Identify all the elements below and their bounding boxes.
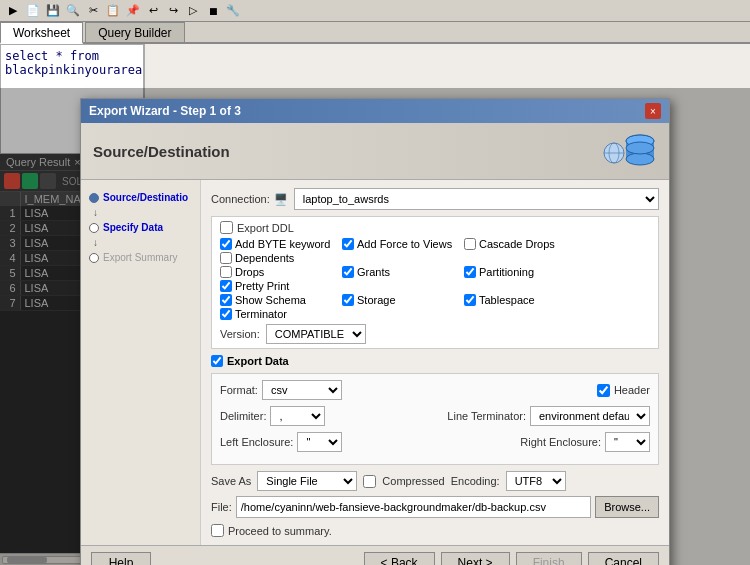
- cb-grants-label: Grants: [357, 266, 390, 278]
- left-enc-label: Left Enclosure:: [220, 436, 293, 448]
- cb-drops-label: Drops: [235, 266, 264, 278]
- tab-worksheet[interactable]: Worksheet: [0, 22, 83, 44]
- line-term-label: Line Terminator:: [447, 410, 526, 422]
- step-label-2: Specify Data: [103, 222, 163, 233]
- header-checkbox[interactable]: [597, 384, 610, 397]
- cb-show-schema-check[interactable]: [220, 294, 232, 306]
- export-ddl-checkbox[interactable]: [220, 221, 233, 234]
- connection-row: Connection: 🖥️ laptop_to_awsrds: [211, 188, 659, 210]
- dialog-header-icon: [602, 131, 657, 171]
- cb-add-byte-check[interactable]: [220, 238, 232, 250]
- cb-partitioning-label: Partitioning: [479, 266, 534, 278]
- line-term-select[interactable]: environment default \n \r\n: [530, 406, 650, 426]
- cb-grants: Grants: [342, 266, 462, 278]
- cb-add-force: Add Force to Views: [342, 238, 462, 250]
- toolbar-icon-5[interactable]: ✂: [84, 2, 102, 20]
- svg-point-2: [626, 153, 654, 165]
- dialog-title: Export Wizard - Step 1 of 3: [89, 104, 241, 118]
- save-as-select[interactable]: Single File Multiple Files: [257, 471, 357, 491]
- wizard-step-arrow2: ↓: [81, 237, 200, 248]
- toolbar-icon-7[interactable]: 📌: [124, 2, 142, 20]
- cb-storage-label: Storage: [357, 294, 396, 306]
- export-ddl-label: Export DDL: [237, 222, 294, 234]
- export-ddl-row: Export DDL: [220, 221, 650, 234]
- delimiter-label: Delimiter:: [220, 410, 266, 422]
- cb-drops: Drops: [220, 266, 340, 278]
- encoding-label: Encoding:: [451, 475, 500, 487]
- delimiter-select[interactable]: ,: [270, 406, 325, 426]
- browse-button[interactable]: Browse...: [595, 496, 659, 518]
- help-button[interactable]: Help: [91, 552, 151, 565]
- export-ddl-group: Export DDL Add BYTE keyword Add Force to…: [211, 216, 659, 349]
- cb-cascade: Cascade Drops: [464, 238, 584, 250]
- tab-query-builder[interactable]: Query Builder: [85, 22, 184, 42]
- dialog-section-title: Source/Destination: [93, 143, 230, 160]
- cancel-button[interactable]: Cancel: [588, 552, 659, 565]
- version-label: Version:: [220, 328, 260, 340]
- toolbar-icon-10[interactable]: ▷: [184, 2, 202, 20]
- cb-partitioning-check[interactable]: [464, 266, 476, 278]
- wizard-step-specify[interactable]: Specify Data: [81, 218, 200, 237]
- cb-terminator-label: Terminator: [235, 308, 287, 320]
- enclosure-row: Left Enclosure: " Right Enclosure: ": [220, 432, 650, 452]
- cb-drops-check[interactable]: [220, 266, 232, 278]
- dialog-close-button[interactable]: ×: [645, 103, 661, 119]
- cb-storage-check[interactable]: [342, 294, 354, 306]
- proceed-row: Proceed to summary.: [211, 524, 659, 537]
- format-row: Format: csvtsvxlsxhtml Header: [220, 380, 650, 400]
- toolbar-icon-4[interactable]: 🔍: [64, 2, 82, 20]
- toolbar-icon-12[interactable]: 🔧: [224, 2, 242, 20]
- toolbar-icon-2[interactable]: 📄: [24, 2, 42, 20]
- step-label-1: Source/Destinatio: [103, 192, 188, 203]
- export-wizard-dialog: Export Wizard - Step 1 of 3 × Source/Des…: [80, 98, 670, 565]
- step-dot-1: [89, 193, 99, 203]
- export-data-checkbox[interactable]: [211, 355, 223, 367]
- cb-add-force-label: Add Force to Views: [357, 238, 452, 250]
- toolbar-icon-11[interactable]: ⏹: [204, 2, 222, 20]
- proceed-checkbox[interactable]: [211, 524, 224, 537]
- wizard-sidebar: Source/Destinatio ↓ Specify Data ↓ Expor…: [81, 180, 201, 545]
- back-button[interactable]: < Back: [364, 552, 435, 565]
- left-enc-select[interactable]: ": [297, 432, 342, 452]
- toolbar-icon-9[interactable]: ↪: [164, 2, 182, 20]
- cb-cascade-label: Cascade Drops: [479, 238, 555, 250]
- export-data-label: Export Data: [227, 355, 289, 367]
- cb-dependents-label: Dependents: [235, 252, 294, 264]
- right-enc-select[interactable]: ": [605, 432, 650, 452]
- connection-select[interactable]: laptop_to_awsrds: [294, 188, 659, 210]
- ddl-options-row1: Add BYTE keyword Add Force to Views Casc…: [220, 238, 650, 264]
- toolbar-icon-8[interactable]: ↩: [144, 2, 162, 20]
- file-label: File:: [211, 501, 232, 513]
- cb-dependents-check[interactable]: [220, 252, 232, 264]
- cb-add-byte: Add BYTE keyword: [220, 238, 340, 250]
- cb-dependents: Dependents: [220, 252, 340, 264]
- connection-icon: 🖥️: [274, 193, 288, 206]
- dialog-header: Source/Destination: [81, 123, 669, 180]
- toolbar: ▶ 📄 💾 🔍 ✂ 📋 📌 ↩ ↪ ▷ ⏹ 🔧: [0, 0, 750, 22]
- ddl-options-row3: Show Schema Storage Tablespace: [220, 294, 650, 320]
- toolbar-icon-6[interactable]: 📋: [104, 2, 122, 20]
- format-select[interactable]: csvtsvxlsxhtml: [262, 380, 342, 400]
- file-row: File: Browse...: [211, 496, 659, 518]
- cb-grants-check[interactable]: [342, 266, 354, 278]
- next-button[interactable]: Next >: [441, 552, 510, 565]
- encoding-select[interactable]: UTF8 UTF16 ASCII: [506, 471, 566, 491]
- finish-button: Finish: [516, 552, 582, 565]
- file-input[interactable]: [236, 496, 591, 518]
- toolbar-icon-1[interactable]: ▶: [4, 2, 22, 20]
- cb-pretty-print-check[interactable]: [220, 280, 232, 292]
- cb-add-force-check[interactable]: [342, 238, 354, 250]
- cb-terminator-check[interactable]: [220, 308, 232, 320]
- dialog-body: Source/Destinatio ↓ Specify Data ↓ Expor…: [81, 180, 669, 545]
- cb-pretty-print-label: Pretty Print: [235, 280, 289, 292]
- compressed-checkbox[interactable]: [363, 475, 376, 488]
- cb-tablespace-check[interactable]: [464, 294, 476, 306]
- header-label: Header: [614, 384, 650, 396]
- version-select[interactable]: COMPATIBLE10g11g12c: [266, 324, 366, 344]
- compressed-label: Compressed: [382, 475, 444, 487]
- cb-storage: Storage: [342, 294, 462, 306]
- cb-cascade-check[interactable]: [464, 238, 476, 250]
- toolbar-icon-3[interactable]: 💾: [44, 2, 62, 20]
- export-data-header: Export Data: [211, 355, 659, 367]
- wizard-step-source[interactable]: Source/Destinatio: [81, 188, 200, 207]
